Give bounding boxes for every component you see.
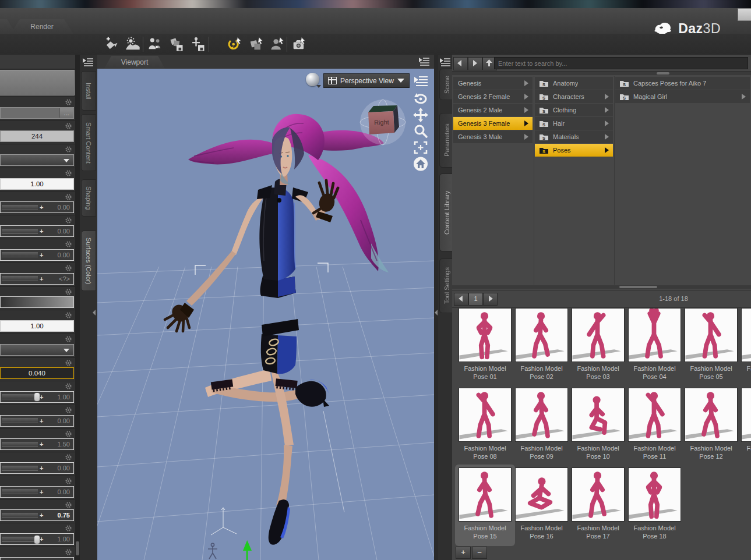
parameter-slider[interactable]: +0.00 <box>0 415 74 427</box>
parameter-slider[interactable]: +0.75 <box>0 509 74 521</box>
parameter-slider[interactable]: +0.00 <box>0 201 74 213</box>
gear-icon[interactable] <box>65 453 72 461</box>
gear-icon[interactable] <box>65 288 72 296</box>
parameter-slider[interactable]: +0.00 <box>0 462 74 474</box>
pan-view-icon[interactable] <box>412 107 429 123</box>
page-number-button[interactable]: 1 <box>468 293 483 306</box>
parameter-color-bar[interactable] <box>0 296 74 308</box>
pose-item-pose-11[interactable]: Fashion ModelPose 11 <box>626 387 683 465</box>
home-view-icon[interactable] <box>412 156 429 172</box>
tree-top-scrollbar[interactable] <box>452 72 751 75</box>
tree-item-magical-girl[interactable]: SMagical Girl <box>615 90 750 103</box>
export-figure-icon[interactable] <box>146 36 164 52</box>
pane-options-icon[interactable] <box>82 56 94 68</box>
page-prev-button[interactable] <box>454 293 468 306</box>
gear-icon[interactable] <box>65 98 72 106</box>
y-axis-gizmo-arrow[interactable] <box>243 540 252 560</box>
pose-item-pose-05[interactable]: Fashion ModelPose 05 <box>683 307 739 385</box>
pose-thumbnail[interactable] <box>459 388 512 442</box>
gear-icon[interactable] <box>65 548 72 556</box>
gear-icon[interactable] <box>65 430 72 438</box>
view-cube[interactable]: Right <box>358 97 407 146</box>
camera-select-tool-icon[interactable] <box>290 36 308 52</box>
save-figure-icon[interactable] <box>189 36 207 52</box>
pose-item-pose-01[interactable]: Fashion ModelPose 01 <box>457 307 513 385</box>
pose-item-pose-10[interactable]: Fashion ModelPose 10 <box>570 387 626 465</box>
tree-item-genesis-2-male[interactable]: Genesis 2 Male <box>453 104 533 116</box>
pose-thumbnail[interactable] <box>628 467 681 522</box>
pose-thumbnail[interactable] <box>628 308 681 362</box>
parameter-file-field[interactable]: ... <box>0 107 74 119</box>
parameter-slider[interactable]: +0.00 <box>0 486 74 498</box>
tree-item-characters[interactable]: SCharacters <box>535 90 613 103</box>
param-scrollbar[interactable] <box>75 55 80 560</box>
orbit-tool-icon[interactable] <box>226 36 244 52</box>
gear-icon[interactable] <box>65 359 72 367</box>
tree-item-capsces-poses-for-aiko-7[interactable]: SCapsces Poses for Aiko 7 <box>615 77 750 90</box>
tree-item-genesis[interactable]: Genesis <box>453 77 533 90</box>
parameter-slider[interactable]: +1.00 <box>0 391 74 403</box>
pane-options-icon[interactable] <box>439 56 452 68</box>
pose-item-pose-18[interactable]: Fashion ModelPose 18 <box>626 466 683 544</box>
gear-icon[interactable] <box>65 382 72 390</box>
pose-thumbnail[interactable] <box>685 388 738 442</box>
pose-thumbnail[interactable] <box>741 388 751 442</box>
pose-thumbnail[interactable] <box>515 308 568 362</box>
pose-item-pose-04[interactable]: Fashion ModelPose 04 <box>626 307 683 385</box>
pose-item-pose-03[interactable]: Fashion ModelPose 03 <box>570 307 626 385</box>
orbit-view-icon[interactable] <box>412 91 429 107</box>
tree-item-genesis-3-female[interactable]: Genesis 3 Female <box>453 117 533 130</box>
tab-viewport[interactable]: Viewport <box>104 56 165 69</box>
parameter-dropdown[interactable] <box>0 344 74 356</box>
pose-item-pose-06[interactable]: Fashion ModelPose 06 <box>739 307 751 385</box>
collapse-left-panel-handle[interactable] <box>93 310 96 316</box>
parameter-slider[interactable]: +<?> <box>0 273 74 285</box>
panel-divider[interactable] <box>434 55 438 560</box>
window-corner-button[interactable] <box>738 8 751 21</box>
gear-icon[interactable] <box>65 311 72 319</box>
pose-thumbnail[interactable] <box>685 308 738 362</box>
parameter-number-field[interactable]: 1.00 <box>0 320 74 332</box>
frame-view-icon[interactable] <box>412 140 429 155</box>
character-figure[interactable] <box>165 114 389 545</box>
tab-shaping[interactable]: Shaping <box>81 179 96 217</box>
thumbnail-size-decrease-button[interactable]: − <box>472 547 487 559</box>
parameter-slider[interactable]: +0.00 <box>0 225 74 237</box>
create-content-icon[interactable] <box>103 36 120 52</box>
pose-thumbnail[interactable] <box>459 467 512 522</box>
page-next-button[interactable] <box>483 293 498 306</box>
tab-render[interactable]: Render <box>10 19 73 34</box>
parameter-number-field[interactable]: 1.00 <box>0 178 74 190</box>
drawstyle-sphere-icon[interactable] <box>306 73 319 86</box>
gear-icon[interactable] <box>65 335 72 343</box>
gear-icon[interactable] <box>65 477 72 485</box>
pose-thumbnail[interactable] <box>515 388 568 442</box>
viewport-canvas[interactable]: Perspective View <box>97 69 434 560</box>
tree-item-genesis-3-male[interactable]: Genesis 3 Male <box>453 130 533 143</box>
pose-item-pose-09[interactable]: Fashion ModelPose 09 <box>513 387 570 465</box>
environment-icon[interactable] <box>124 36 142 52</box>
browse-button[interactable]: ... <box>59 108 73 118</box>
pose-item-pose-16[interactable]: Fashion ModelPose 16 <box>513 466 570 544</box>
gear-icon[interactable] <box>65 406 72 414</box>
gear-icon[interactable] <box>65 193 72 201</box>
gear-icon[interactable] <box>65 240 72 248</box>
gear-icon[interactable] <box>65 146 72 153</box>
node-select-tool-icon[interactable] <box>269 36 286 52</box>
surface-preview-field[interactable] <box>0 70 75 95</box>
thumbnail-size-increase-button[interactable]: + <box>456 547 471 559</box>
pose-item-pose-13[interactable]: Fashion ModelPose 13 <box>739 387 751 465</box>
tree-item-materials[interactable]: SMaterials <box>535 130 613 143</box>
view-selector-dropdown[interactable]: Perspective View <box>323 73 410 88</box>
tab-smart-content[interactable]: Smart Content <box>81 114 96 171</box>
drawstyle-dropdown-arrow[interactable] <box>316 85 321 88</box>
parameter-number-field[interactable]: 0.040 <box>0 367 74 379</box>
pose-thumbnail[interactable] <box>628 388 681 442</box>
parameter-slider[interactable]: +1.50 <box>0 438 74 450</box>
tree-item-hair[interactable]: SHair <box>535 117 613 130</box>
parameter-slider[interactable]: +0.00 <box>0 557 74 560</box>
pose-thumbnail[interactable] <box>572 308 625 362</box>
viewport-pane-options-icon[interactable] <box>418 56 431 68</box>
gear-icon[interactable] <box>65 501 72 509</box>
parameter-number-field[interactable]: 244 <box>0 130 74 142</box>
